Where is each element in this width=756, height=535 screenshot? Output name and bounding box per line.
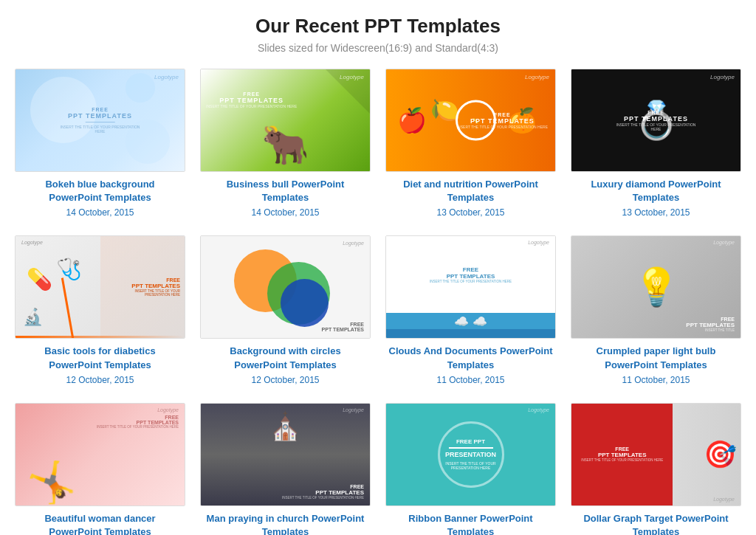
- card-bokeh-blue[interactable]: FREE PPT TEMPLATES INSERT THE TITLE OF Y…: [15, 69, 185, 221]
- page-subtitle: Slides sized for Widescreen(16:9) and St…: [15, 42, 741, 54]
- card-name-dollar-graph-target: Dollar Graph Target PowerPoint Templates: [574, 512, 738, 535]
- card-info-woman-dancer: Beautiful woman dancer PowerPoint Templa…: [15, 506, 185, 535]
- card-thumb-luxury-diamond: 💍 FREE PPT TEMPLATES INSERT THE TITLE OF…: [571, 69, 741, 172]
- card-thumb-background-circles: Logotype FREE PPT TEMPLATES: [200, 235, 371, 339]
- card-thumb-business-bull: 🐂 FREE PPT TEMPLATES INSERT THE TITLE OF…: [200, 69, 371, 172]
- card-date-clouds-documents: 11 October, 2015: [388, 375, 553, 385]
- card-thumb-dollar-graph-target: FREE PPT TEMPLATES INSERT THE TITLE OF Y…: [571, 403, 741, 506]
- card-clouds-documents[interactable]: Logotype FREE PPT TEMPLATES INSERT THE T…: [385, 235, 556, 387]
- card-name-woman-dancer: Beautiful woman dancer PowerPoint Templa…: [18, 512, 182, 535]
- card-info-luxury-diamond: Luxury diamond PowerPoint Templates 13 O…: [571, 172, 741, 221]
- card-thumb-woman-dancer: 🤸 Logotype FREE PPT TEMPLATES INSERT THE…: [15, 403, 185, 506]
- card-date-luxury-diamond: 13 October, 2015: [574, 207, 738, 218]
- card-luxury-diamond[interactable]: 💍 FREE PPT TEMPLATES INSERT THE TITLE OF…: [571, 69, 741, 221]
- card-info-dollar-graph-target: Dollar Graph Target PowerPoint Templates…: [571, 506, 741, 535]
- card-ribbon-banner[interactable]: FREE PPT PRESENTATION INSERT THE TITLE O…: [385, 403, 556, 535]
- card-info-basic-tools-diabetics: Basic tools for diabetics PowerPoint Tem…: [15, 339, 185, 387]
- card-thumb-bokeh-blue: FREE PPT TEMPLATES INSERT THE TITLE OF Y…: [15, 69, 185, 172]
- card-date-bokeh-blue: 14 October, 2015: [18, 207, 182, 218]
- card-info-crumpled-paper-bulb: Crumpled paper light bulb PowerPoint Tem…: [571, 339, 741, 387]
- card-info-background-circles: Background with circles PowerPoint Templ…: [200, 339, 371, 387]
- card-info-man-church: Man praying in church PowerPoint Templat…: [200, 506, 371, 535]
- card-diet-nutrition[interactable]: 🍎 🍋 🍊 📏 FREE PPT TEMPLATES INSERT THE TI…: [385, 69, 556, 221]
- card-thumb-man-church: ⛪ FREE PPT TEMPLATES INSERT THE TITLE OF…: [200, 403, 371, 506]
- card-woman-dancer[interactable]: 🤸 Logotype FREE PPT TEMPLATES INSERT THE…: [15, 403, 185, 535]
- card-thumb-clouds-documents: Logotype FREE PPT TEMPLATES INSERT THE T…: [385, 235, 556, 339]
- card-name-clouds-documents: Clouds And Documents PowerPoint Template…: [388, 345, 553, 371]
- card-thumb-ribbon-banner: FREE PPT PRESENTATION INSERT THE TITLE O…: [385, 403, 556, 506]
- card-name-luxury-diamond: Luxury diamond PowerPoint Templates: [574, 178, 738, 204]
- page-header: Our Recent PPT Templates Slides sized fo…: [15, 15, 741, 54]
- card-name-crumpled-paper-bulb: Crumpled paper light bulb PowerPoint Tem…: [574, 345, 738, 371]
- card-thumb-crumpled-paper-bulb: 💡 FREE PPT TEMPLATES INSERT THE TITLE Lo…: [571, 235, 741, 339]
- card-basic-tools-diabetics[interactable]: 💊 🩺 🔬 FREE PPT TEMPLATES INSERT THE TITL…: [15, 235, 185, 387]
- card-crumpled-paper-bulb[interactable]: 💡 FREE PPT TEMPLATES INSERT THE TITLE Lo…: [571, 235, 741, 387]
- card-info-ribbon-banner: Ribbon Banner PowerPoint Templates 03 Oc…: [385, 506, 556, 535]
- card-thumb-basic-tools-diabetics: 💊 🩺 🔬 FREE PPT TEMPLATES INSERT THE TITL…: [15, 235, 185, 339]
- card-date-background-circles: 12 October, 2015: [203, 375, 368, 385]
- card-info-bokeh-blue: Bokeh blue background PowerPoint Templat…: [15, 172, 185, 221]
- card-name-basic-tools-diabetics: Basic tools for diabetics PowerPoint Tem…: [18, 345, 182, 371]
- card-name-diet-nutrition: Diet and nutrition PowerPoint Templates: [388, 178, 553, 204]
- card-name-business-bull: Business bull PowerPoint Templates: [203, 178, 368, 204]
- card-background-circles[interactable]: Logotype FREE PPT TEMPLATES Background w…: [200, 235, 371, 387]
- card-date-business-bull: 14 October, 2015: [203, 207, 368, 218]
- card-date-crumpled-paper-bulb: 11 October, 2015: [574, 375, 738, 385]
- page-title: Our Recent PPT Templates: [15, 15, 741, 38]
- card-name-ribbon-banner: Ribbon Banner PowerPoint Templates: [388, 512, 553, 535]
- card-info-business-bull: Business bull PowerPoint Templates 14 Oc…: [200, 172, 371, 221]
- card-business-bull[interactable]: 🐂 FREE PPT TEMPLATES INSERT THE TITLE OF…: [200, 69, 371, 221]
- card-name-man-church: Man praying in church PowerPoint Templat…: [203, 512, 368, 535]
- card-date-basic-tools-diabetics: 12 October, 2015: [18, 375, 182, 385]
- card-name-bokeh-blue: Bokeh blue background PowerPoint Templat…: [18, 178, 182, 204]
- card-info-diet-nutrition: Diet and nutrition PowerPoint Templates …: [385, 172, 556, 221]
- card-info-clouds-documents: Clouds And Documents PowerPoint Template…: [385, 339, 556, 387]
- template-grid: FREE PPT TEMPLATES INSERT THE TITLE OF Y…: [15, 69, 741, 535]
- card-man-church[interactable]: ⛪ FREE PPT TEMPLATES INSERT THE TITLE OF…: [200, 403, 371, 535]
- card-dollar-graph-target[interactable]: FREE PPT TEMPLATES INSERT THE TITLE OF Y…: [571, 403, 741, 535]
- card-date-diet-nutrition: 13 October, 2015: [388, 207, 553, 218]
- card-thumb-diet-nutrition: 🍎 🍋 🍊 📏 FREE PPT TEMPLATES INSERT THE TI…: [385, 69, 556, 172]
- card-name-background-circles: Background with circles PowerPoint Templ…: [203, 345, 368, 371]
